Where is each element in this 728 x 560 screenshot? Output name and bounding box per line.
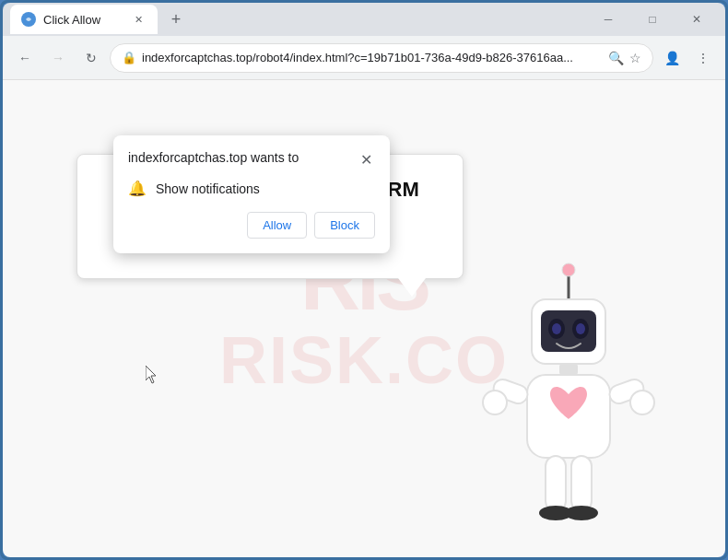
svg-rect-15	[546, 456, 566, 511]
address-bar[interactable]: 🔒 indexforcaptchas.top/robot4/index.html…	[110, 43, 653, 73]
svg-point-8	[576, 323, 585, 334]
bell-icon: 🔔	[128, 180, 147, 197]
lock-icon: 🔒	[122, 51, 136, 64]
navigation-bar: ← → ↻ 🔒 indexforcaptchas.top/robot4/inde…	[3, 36, 725, 80]
permission-buttons: Allow Block	[128, 212, 375, 239]
close-button[interactable]: ✕	[675, 3, 718, 36]
allow-button[interactable]: Allow	[247, 212, 307, 239]
browser-window: Click Allow ✕ + ─ □ ✕ ← → ↻ 🔒 indexforca…	[3, 3, 725, 557]
svg-rect-9	[559, 364, 578, 375]
notification-label: Show notifications	[156, 181, 260, 196]
mouse-cursor	[146, 366, 159, 384]
maximize-button[interactable]: □	[631, 3, 674, 36]
refresh-button[interactable]: ↻	[76, 43, 106, 73]
svg-point-12	[483, 391, 507, 414]
svg-point-18	[565, 506, 598, 520]
profile-button[interactable]: 👤	[657, 43, 687, 73]
url-text: indexforcaptchas.top/robot4/index.html?c…	[142, 51, 603, 64]
watermark-bottom: RISK.CO	[219, 322, 509, 398]
permission-item-notifications: 🔔 Show notifications	[128, 180, 375, 197]
dialog-close-button[interactable]: ✕	[357, 150, 375, 169]
permission-dialog: indexforcaptchas.top wants to ✕ 🔔 Show n…	[113, 135, 390, 253]
search-icon: 🔍	[608, 51, 624, 65]
tab-title: Click Allow	[43, 13, 100, 27]
tab-favicon	[21, 12, 36, 27]
bookmark-icon: ☆	[629, 51, 641, 65]
nav-right-icons: 👤 ⋮	[657, 43, 718, 73]
back-button[interactable]: ←	[10, 43, 40, 73]
active-tab[interactable]: Click Allow ✕	[10, 5, 158, 34]
tab-close-button[interactable]: ✕	[130, 11, 147, 28]
browser-content: RiS RISK.CO indexforcaptchas.top wants t…	[3, 80, 725, 557]
permission-dialog-header: indexforcaptchas.top wants to ✕	[128, 150, 375, 169]
minimize-button[interactable]: ─	[587, 3, 629, 36]
block-button[interactable]: Block	[314, 212, 375, 239]
svg-point-7	[552, 323, 561, 334]
menu-button[interactable]: ⋮	[688, 43, 718, 73]
svg-rect-16	[571, 456, 592, 511]
svg-point-2	[562, 263, 575, 276]
new-tab-button[interactable]: +	[163, 6, 189, 32]
permission-title: indexforcaptchas.top wants to	[128, 150, 299, 165]
forward-button[interactable]: →	[43, 43, 73, 73]
svg-point-14	[630, 391, 654, 414]
title-bar-left: Click Allow ✕ +	[10, 5, 587, 34]
window-controls: ─ □ ✕	[587, 3, 718, 36]
robot-illustration	[467, 262, 670, 557]
title-bar: Click Allow ✕ + ─ □ ✕	[3, 3, 725, 36]
